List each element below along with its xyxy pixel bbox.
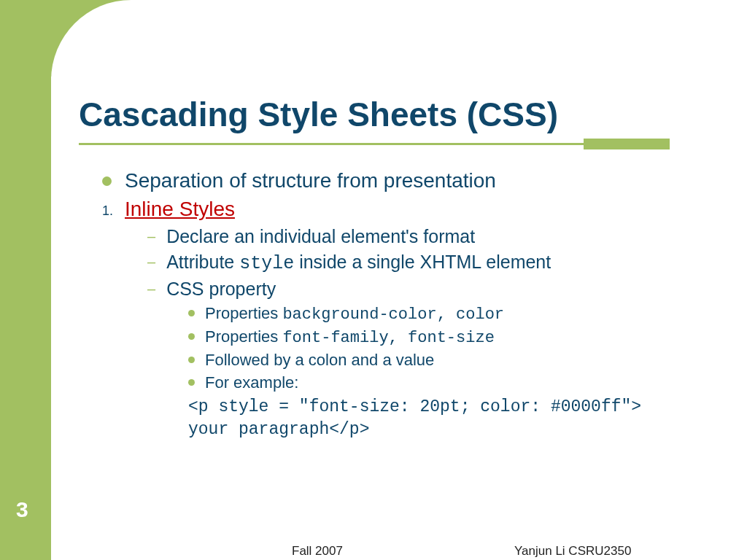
subsub-item: For example: <box>188 373 700 392</box>
subsub-text: Properties background-color, color <box>205 304 504 324</box>
subsub-code: font-family, font-size <box>282 329 494 347</box>
sub-text: Attribute style inside a single XHTML el… <box>166 252 551 274</box>
subsub-item: Properties font-family, font-size <box>188 327 700 347</box>
subsub-prefix: Properties <box>205 304 282 322</box>
slide-title: Cascading Style Sheets (CSS) <box>79 95 558 134</box>
title-underline-accent <box>584 139 670 149</box>
sub-text-suffix: inside a single XHTML element <box>294 252 551 272</box>
dash-icon: – <box>147 254 155 271</box>
footer-right-text: Yanjun Li CSRU2350 <box>514 544 631 559</box>
sub-text: Declare an individual element's format <box>166 226 475 247</box>
code-line-2: your paragraph</p> <box>188 419 700 441</box>
sub-item: – CSS property <box>147 279 700 300</box>
page-number: 3 <box>16 497 28 522</box>
bullet-small-icon <box>188 333 195 340</box>
bullet-icon <box>102 176 112 186</box>
subsub-prefix: Properties <box>205 327 282 346</box>
footer-center-text: Fall 2007 <box>292 544 343 559</box>
sub-text-prefix: Attribute <box>166 252 239 272</box>
code-line-1: <p style = "font-size: 20pt; color: #000… <box>188 396 700 419</box>
bullet-small-icon <box>188 357 195 363</box>
sub-item: – Declare an individual element's format <box>147 226 700 247</box>
dash-icon: – <box>147 281 155 298</box>
subsub-text: For example: <box>205 373 298 392</box>
code-example: <p style = "font-size: 20pt; color: #000… <box>188 396 700 441</box>
corner-decoration <box>51 0 175 77</box>
main-bullet-item: Separation of structure from presentatio… <box>102 169 700 192</box>
sub-item: – Attribute style inside a single XHTML … <box>147 252 700 274</box>
subsub-item: Properties background-color, color <box>188 304 700 324</box>
sub-text-code: style <box>239 253 294 274</box>
sidebar-decoration <box>0 0 51 560</box>
number-label: 1. <box>102 203 112 219</box>
sub-sub-list: Properties background-color, color Prope… <box>188 304 700 392</box>
numbered-item: 1. Inline Styles <box>102 198 700 221</box>
subsub-text: Properties font-family, font-size <box>205 327 495 347</box>
subsub-item: Followed by a colon and a value <box>188 351 700 370</box>
title-underline <box>79 143 670 145</box>
subsub-text: Followed by a colon and a value <box>205 351 434 370</box>
sub-list: – Declare an individual element's format… <box>147 226 700 300</box>
numbered-link-text: Inline Styles <box>125 198 235 221</box>
sub-text: CSS property <box>166 279 276 300</box>
bullet-small-icon <box>188 310 195 316</box>
subsub-code: background-color, color <box>282 306 504 324</box>
main-bullet-text: Separation of structure from presentatio… <box>125 169 496 192</box>
dash-icon: – <box>147 228 155 245</box>
slide-content: Separation of structure from presentatio… <box>102 169 700 441</box>
bullet-small-icon <box>188 379 195 386</box>
